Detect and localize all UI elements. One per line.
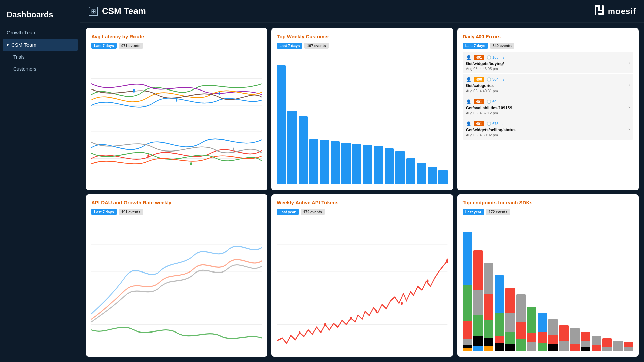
stack-segment — [592, 336, 601, 345]
dau-chart — [91, 218, 262, 351]
user-icon: 👤 — [466, 99, 471, 104]
clock-icon: 🕐 — [487, 55, 491, 60]
stack-segment — [548, 319, 558, 335]
error-path: Get/availabilities/109159 — [466, 106, 630, 110]
stack-segment — [602, 347, 612, 351]
events-badge: 971 events — [119, 43, 143, 49]
stack-segment — [463, 321, 472, 339]
stacked-bar-item — [527, 307, 536, 351]
sidebar-item-trials[interactable]: Trials — [0, 51, 80, 63]
stack-segment — [505, 288, 515, 313]
time-badge[interactable]: Last 7 days — [463, 43, 488, 49]
latency-badge: 🕐 304 ms — [487, 77, 504, 82]
expand-icon[interactable]: › — [628, 82, 630, 87]
stack-segment — [463, 232, 472, 285]
stack-segment — [463, 345, 472, 348]
stack-segment — [559, 341, 569, 351]
widget-top-endpoints-sdks: Top endpoints for each SDKs Last year 17… — [457, 194, 639, 357]
stack-segment — [527, 307, 536, 333]
stack-segment — [624, 347, 633, 351]
stack-segment — [473, 336, 483, 346]
latency-badge: 🕐 60 ms — [487, 100, 502, 104]
widget-badges: Last 7 days 971 events — [91, 43, 262, 49]
expand-icon[interactable]: › — [628, 60, 630, 65]
time-badge[interactable]: Last 7 days — [277, 43, 302, 49]
time-badge[interactable]: Last 7 days — [91, 209, 117, 215]
stack-segment — [581, 347, 590, 351]
status-badge: 400 — [474, 77, 484, 82]
status-badge: 401 — [474, 121, 484, 126]
time-badge[interactable]: Last year — [463, 209, 484, 215]
widget-title: Top endpoints for each SDKs — [463, 200, 633, 205]
dashboard-grid: Avg Latency by Route Last 7 days 971 eve… — [80, 23, 644, 362]
stack-segment — [581, 341, 590, 347]
tokens-chart — [277, 218, 447, 351]
sidebar-item-customers[interactable]: Customers — [0, 63, 80, 75]
error-path: Get/widgets/buying/ — [466, 61, 630, 66]
svg-point-25 — [324, 323, 326, 326]
stack-segment — [463, 285, 472, 321]
error-item[interactable]: 👤 401 🕐 165 ms Get/widgets/buying/ Aug 0… — [463, 52, 633, 73]
error-item[interactable]: 👤 400 🕐 304 ms Get/categories Aug 08, 4:… — [463, 74, 633, 96]
stack-segment — [463, 348, 472, 351]
events-badge: 191 events — [119, 209, 143, 215]
svg-point-29 — [427, 280, 429, 283]
widget-title: Top Weekly Customer — [277, 34, 447, 39]
error-item-header: 👤 400 🕐 304 ms — [466, 77, 630, 82]
stack-segment — [484, 338, 493, 346]
stack-segment — [505, 344, 515, 351]
stack-segment — [559, 325, 569, 341]
widget-badges: Last 7 days 840 events — [463, 43, 633, 49]
bar-item — [277, 65, 286, 185]
chevron-icon: ▾ — [7, 43, 9, 47]
stack-segment — [473, 290, 483, 315]
expand-icon[interactable]: › — [628, 104, 630, 110]
bar-item — [287, 111, 297, 184]
error-item-header: 👤 401 🕐 675 ms — [466, 121, 630, 126]
user-icon: 👤 — [466, 121, 471, 126]
bar-chart — [277, 52, 447, 185]
stack-segment — [495, 275, 504, 313]
widget-title: Avg Latency by Route — [91, 34, 262, 39]
bar-item — [374, 146, 383, 184]
error-item[interactable]: 👤 401 🕐 675 ms Get/widgets/selling/statu… — [463, 118, 633, 140]
widget-api-dau: API DAU and Growth Rate weekly Last 7 da… — [86, 194, 267, 357]
bar-item — [438, 170, 447, 184]
stack-segment — [548, 335, 558, 344]
main-content: ⊞ CSM Team moesif Avg Latency by Route — [80, 0, 644, 362]
widget-title: Daily 400 Errors — [463, 34, 633, 39]
status-badge: 401 — [474, 55, 484, 60]
events-badge: 172 events — [301, 209, 325, 215]
widget-weekly-active-tokens: Weekly Active API Tokens Last year 172 e… — [271, 194, 453, 357]
widget-badges: Last year 172 events — [277, 209, 447, 215]
stacked-bar-item — [484, 263, 493, 351]
sidebar-item-label: CSM Team — [11, 42, 36, 48]
add-dashboard-button[interactable]: ⊞ — [89, 7, 98, 16]
time-badge[interactable]: Last 7 days — [91, 43, 117, 49]
stack-segment — [613, 341, 623, 351]
stack-segment — [484, 294, 493, 320]
stack-segment — [495, 343, 504, 351]
bar-item — [406, 158, 415, 184]
time-badge[interactable]: Last year — [277, 209, 298, 215]
sidebar-item-growth-team[interactable]: Growth Team — [0, 26, 80, 39]
main-header: ⊞ CSM Team moesif — [80, 0, 644, 23]
stack-segment — [505, 313, 515, 332]
sidebar-item-csm-team[interactable]: ▾ CSM Team — [3, 39, 78, 51]
error-item-header: 👤 401 🕐 165 ms — [466, 55, 630, 60]
sidebar-item-label: Trials — [13, 54, 25, 60]
clock-icon: 🕐 — [487, 77, 491, 82]
stacked-chart — [463, 218, 633, 351]
stacked-bar-item — [473, 250, 483, 351]
stacked-bar-item — [463, 232, 472, 351]
stack-segment — [473, 346, 483, 351]
stacked-bar-item — [602, 338, 612, 351]
widget-title: Weekly Active API Tokens — [277, 200, 447, 205]
stacked-bar-item — [505, 288, 515, 351]
bar-item — [352, 144, 361, 184]
logo: moesif — [595, 5, 636, 17]
expand-icon[interactable]: › — [628, 126, 630, 132]
svg-point-15 — [233, 148, 234, 151]
error-item[interactable]: 👤 401 🕐 60 ms Get/availabilities/109159 … — [463, 96, 633, 118]
stack-segment — [473, 250, 483, 291]
